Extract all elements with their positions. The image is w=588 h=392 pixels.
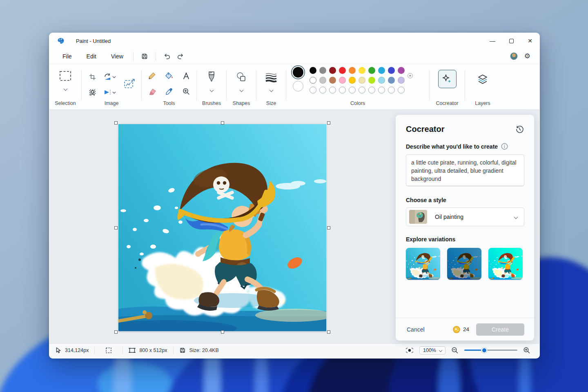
save-button[interactable]	[138, 51, 151, 62]
eraser-button[interactable]	[144, 85, 160, 98]
save-icon	[141, 53, 148, 60]
palette-color[interactable]	[378, 77, 385, 84]
flip-button[interactable]	[101, 85, 119, 99]
undo-icon	[163, 52, 171, 60]
palette-color[interactable]	[398, 67, 405, 74]
zoom-slider[interactable]	[464, 347, 517, 354]
brush-icon	[207, 71, 216, 83]
menu-edit[interactable]: Edit	[81, 51, 102, 62]
style-dropdown[interactable]: Oil painting	[406, 207, 524, 226]
selection-handle[interactable]	[114, 226, 118, 229]
palette-empty-slot[interactable]	[359, 87, 365, 94]
resize-image-button[interactable]	[121, 69, 138, 99]
palette-color[interactable]	[329, 67, 336, 74]
colors-group-label: Colors	[286, 100, 429, 106]
palette-color[interactable]	[339, 77, 346, 84]
palette-color[interactable]	[368, 67, 375, 74]
variation-thumbnail-1[interactable]	[406, 248, 440, 280]
palette-empty-slot[interactable]	[378, 87, 385, 94]
selection-handle[interactable]	[327, 121, 330, 125]
selection-handle[interactable]	[114, 121, 118, 125]
palette-empty-slot[interactable]	[339, 87, 346, 94]
create-button[interactable]: Create	[476, 323, 524, 336]
selection-handle[interactable]	[221, 330, 224, 334]
palette-color[interactable]	[349, 77, 356, 84]
size-dropdown-chevron[interactable]	[269, 88, 273, 92]
zoom-in-icon[interactable]	[523, 347, 530, 354]
history-icon[interactable]	[515, 125, 524, 134]
palette-color[interactable]	[378, 67, 385, 74]
cocreator-button[interactable]	[438, 70, 457, 88]
cocreator-group-label: Cocreator	[436, 100, 459, 106]
menu-view[interactable]: View	[105, 51, 129, 62]
redo-button[interactable]	[174, 51, 188, 62]
menu-file[interactable]: File	[57, 51, 78, 62]
variation-thumbnail-3[interactable]	[488, 248, 523, 280]
palette-color[interactable]	[359, 77, 365, 84]
background-color-swatch[interactable]	[293, 81, 303, 91]
magnifier-button[interactable]	[178, 85, 194, 98]
palette-color[interactable]	[388, 77, 395, 84]
palette-empty-slot[interactable]	[398, 87, 405, 94]
palette-color[interactable]	[319, 77, 326, 84]
palette-empty-slot[interactable]	[329, 87, 336, 94]
brushes-dropdown-chevron[interactable]	[209, 88, 214, 92]
account-avatar[interactable]	[510, 52, 518, 60]
palette-color[interactable]	[398, 77, 405, 84]
fill-button[interactable]	[161, 69, 177, 83]
palette-color[interactable]	[349, 67, 356, 74]
fill-bucket-icon	[165, 72, 174, 80]
palette-empty-slot[interactable]	[310, 87, 316, 94]
crop-button[interactable]	[85, 70, 99, 84]
cancel-button[interactable]: Cancel	[407, 326, 425, 333]
zoom-out-icon[interactable]	[451, 347, 459, 354]
rotate-button[interactable]	[101, 70, 119, 84]
fit-to-screen-icon[interactable]	[405, 347, 414, 354]
minimize-button[interactable]: —	[483, 33, 502, 49]
layers-group: Layers	[465, 64, 500, 109]
prompt-input[interactable]: a little cute pirate, running, colorful,…	[406, 154, 524, 186]
palette-color[interactable]	[339, 67, 346, 74]
zoom-percent-dropdown[interactable]: 100%	[419, 346, 445, 354]
settings-gear-icon[interactable]: ⚙	[524, 53, 530, 60]
palette-color[interactable]	[319, 67, 326, 74]
selection-icon	[59, 71, 71, 81]
text-tool-button[interactable]	[178, 69, 194, 83]
brushes-button[interactable]	[207, 69, 216, 85]
selection-handle[interactable]	[327, 226, 330, 229]
close-button[interactable]: ✕	[521, 33, 539, 49]
palette-empty-slot[interactable]	[349, 87, 356, 94]
palette-color[interactable]	[310, 67, 316, 74]
palette-empty-slot[interactable]	[368, 87, 375, 94]
info-icon[interactable]	[501, 143, 508, 150]
undo-button[interactable]	[160, 51, 174, 62]
palette-empty-slot[interactable]	[388, 87, 395, 94]
color-picker-button[interactable]	[161, 85, 177, 98]
selection-tool-button[interactable]	[59, 68, 71, 84]
canvas-image-pirate[interactable]	[118, 124, 326, 331]
shapes-dropdown-chevron[interactable]	[239, 88, 243, 92]
palette-color[interactable]	[329, 77, 336, 84]
shapes-button[interactable]	[236, 69, 247, 85]
selection-handle[interactable]	[327, 330, 330, 334]
palette-color[interactable]	[388, 67, 395, 74]
selection-handle[interactable]	[221, 121, 224, 125]
palette-color[interactable]	[310, 77, 316, 84]
remove-background-button[interactable]	[85, 85, 99, 99]
canvas-selection[interactable]	[118, 124, 326, 331]
foreground-color-swatch[interactable]	[293, 67, 303, 78]
cocreator-footer: Cancel 24 Create	[396, 318, 534, 341]
size-group: Size	[256, 64, 286, 109]
selection-dropdown-chevron[interactable]	[63, 87, 67, 91]
layers-button[interactable]	[474, 70, 492, 88]
selection-handle[interactable]	[114, 330, 118, 334]
palette-empty-slot[interactable]	[319, 87, 326, 94]
cocreator-panel: Cocreator Describe what you'd like to cr…	[396, 115, 534, 341]
size-button[interactable]	[265, 69, 277, 85]
zoom-slider-thumb[interactable]	[481, 347, 487, 353]
pencil-button[interactable]	[144, 69, 160, 83]
palette-color[interactable]	[368, 77, 375, 84]
palette-color[interactable]	[359, 67, 365, 74]
variation-thumbnail-2[interactable]	[447, 248, 481, 280]
maximize-button[interactable]	[502, 33, 521, 49]
